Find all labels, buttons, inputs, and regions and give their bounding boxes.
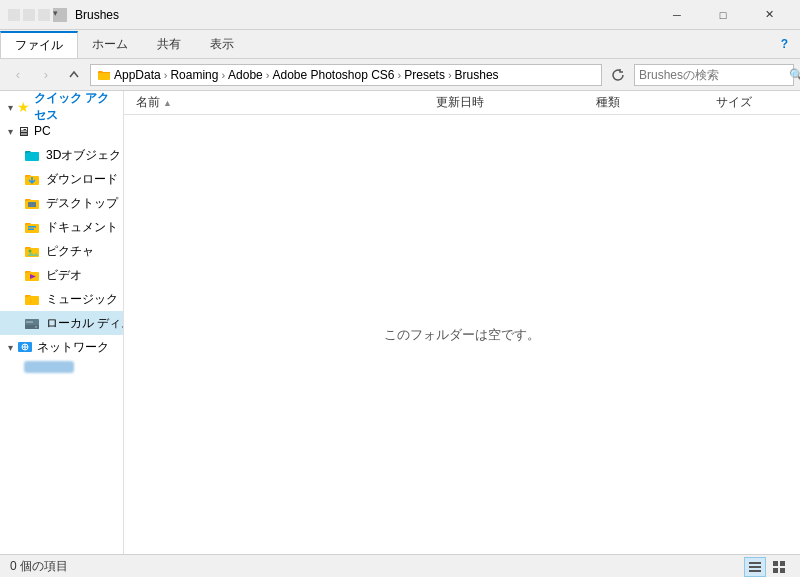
search-input[interactable] [639, 68, 789, 82]
breadcrumb-appdata[interactable]: AppData [114, 68, 161, 82]
breadcrumb-presets[interactable]: Presets [404, 68, 445, 82]
tab-view[interactable]: 表示 [196, 30, 249, 58]
breadcrumb-brushes[interactable]: Brushes [455, 68, 499, 82]
col-date-header[interactable]: 更新日時 [432, 94, 592, 111]
svg-rect-18 [26, 321, 33, 323]
address-bar: ‹ › AppData › Roaming › Adobe › Adobe Ph… [0, 59, 800, 91]
empty-folder-message: このフォルダーは空です。 [124, 115, 800, 554]
network-folder-icon [17, 338, 33, 354]
search-icon: 🔍 [789, 68, 800, 82]
network-icon [17, 338, 33, 357]
music-folder-icon: ♪ [24, 291, 40, 307]
sidebar-item-desktop[interactable]: デスクトップ [0, 191, 123, 215]
svg-rect-29 [780, 568, 785, 573]
3d-label: 3Dオブジェクト [46, 147, 124, 164]
svg-rect-28 [773, 568, 778, 573]
svg-rect-4 [28, 202, 36, 207]
documents-folder-icon [24, 219, 40, 235]
main-layout: ▾ ★ クイック アクセス ▾ 🖥 PC 3Dオブジェクト [0, 91, 800, 554]
breadcrumb-roaming[interactable]: Roaming [170, 68, 218, 82]
svg-rect-23 [749, 562, 761, 564]
title-bar-icons: ▾ [8, 8, 67, 22]
breadcrumb-photoshop[interactable]: Adobe Photoshop CS6 [272, 68, 394, 82]
music-label: ミュージック [46, 291, 118, 308]
documents-icon [24, 219, 40, 235]
sidebar-item-pictures[interactable]: ピクチャ [0, 239, 123, 263]
ribbon-tabs: ファイル ホーム 共有 表示 ? [0, 30, 800, 58]
download-icon [24, 171, 40, 187]
details-view-icon [748, 560, 762, 574]
close-button[interactable]: ✕ [746, 0, 792, 30]
svg-rect-25 [749, 570, 761, 572]
svg-point-17 [35, 326, 37, 328]
search-bar[interactable]: 🔍 [634, 64, 794, 86]
3d-icon [24, 147, 40, 163]
col-size-header[interactable]: サイズ [712, 94, 792, 111]
sidebar-item-local-disk[interactable]: ローカル ディスク (C:) [0, 311, 123, 335]
window-controls: ─ □ ✕ [654, 0, 792, 30]
sidebar-item-download[interactable]: ダウンロード [0, 167, 123, 191]
tiles-view-button[interactable] [768, 557, 790, 577]
network-header[interactable]: ▾ ネットワーク [0, 335, 123, 359]
sidebar-item-music[interactable]: ♪ ミュージック [0, 287, 123, 311]
tb-icon3 [38, 9, 50, 21]
svg-rect-7 [28, 229, 34, 231]
tab-home[interactable]: ホーム [78, 30, 143, 58]
3d-folder-icon [24, 147, 40, 163]
svg-rect-27 [780, 561, 785, 566]
videos-label: ビデオ [46, 267, 82, 284]
sidebar-item-documents[interactable]: ドキュメント [0, 215, 123, 239]
tb-icon2 [23, 9, 35, 21]
maximize-button[interactable]: □ [700, 0, 746, 30]
pc-label: PC [34, 124, 51, 138]
breadcrumb[interactable]: AppData › Roaming › Adobe › Adobe Photos… [90, 64, 602, 86]
download-label: ダウンロード [46, 171, 118, 188]
sidebar-item-3d[interactable]: 3Dオブジェクト [0, 143, 123, 167]
videos-icon [24, 267, 40, 283]
download-folder-icon [24, 171, 40, 187]
help-button[interactable]: ? [769, 30, 800, 58]
local-disk-icon [24, 315, 40, 331]
svg-rect-1 [25, 152, 39, 161]
tiles-view-icon [772, 560, 786, 574]
pictures-folder-icon [24, 243, 40, 259]
network-label: ネットワーク [37, 339, 109, 356]
desktop-folder-icon [24, 195, 40, 211]
up-button[interactable] [62, 63, 86, 87]
details-view-button[interactable] [744, 557, 766, 577]
tab-share[interactable]: 共有 [143, 30, 196, 58]
local-disk-label: ローカル ディスク (C:) [46, 315, 124, 332]
drive-icon [24, 315, 40, 331]
window-title: Brushes [75, 8, 654, 22]
minimize-button[interactable]: ─ [654, 0, 700, 30]
pictures-icon [24, 243, 40, 259]
tab-file[interactable]: ファイル [0, 31, 78, 58]
view-controls [744, 557, 790, 577]
quick-access-header[interactable]: ▾ ★ クイック アクセス [0, 95, 123, 119]
tb-arrow-down: ▾ [53, 8, 67, 22]
desktop-label: デスクトップ [46, 195, 118, 212]
col-type-header[interactable]: 種類 [592, 94, 712, 111]
tb-icon1 [8, 9, 20, 21]
back-button[interactable]: ‹ [6, 63, 30, 87]
col-name-header[interactable]: 名前 ▲ [132, 94, 432, 111]
breadcrumb-adobe[interactable]: Adobe [228, 68, 263, 82]
network-chevron: ▾ [8, 342, 13, 353]
videos-folder-icon [24, 267, 40, 283]
content-area: 名前 ▲ 更新日時 種類 サイズ このフォルダーは空です。 [124, 91, 800, 554]
pictures-label: ピクチャ [46, 243, 94, 260]
sidebar: ▾ ★ クイック アクセス ▾ 🖥 PC 3Dオブジェクト [0, 91, 124, 554]
svg-rect-26 [773, 561, 778, 566]
refresh-icon [611, 68, 625, 82]
star-icon: ★ [17, 99, 30, 115]
status-bar: 0 個の項目 [0, 554, 800, 577]
breadcrumb-folder-icon [97, 67, 114, 82]
refresh-button[interactable] [606, 63, 630, 87]
blurred-network-item [24, 361, 74, 373]
name-sort-arrow: ▲ [163, 98, 172, 108]
pc-chevron: ▾ [8, 126, 13, 137]
forward-button[interactable]: › [34, 63, 58, 87]
music-icon: ♪ [24, 291, 40, 307]
sidebar-item-videos[interactable]: ビデオ [0, 263, 123, 287]
documents-label: ドキュメント [46, 219, 118, 236]
